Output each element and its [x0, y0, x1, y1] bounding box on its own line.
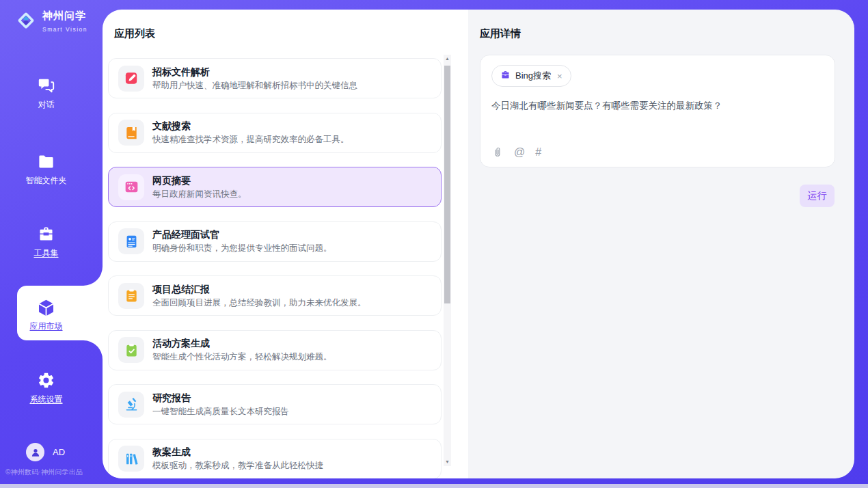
avatar [26, 443, 44, 461]
brand-logo: 神州问学 Smart Vision [15, 10, 103, 34]
app-window: 神州问学 Smart Vision 对话 智能文件夹 工具集 应用市场 系统设置 [0, 0, 868, 488]
tool-tag-label: Bing搜索 [515, 70, 551, 82]
cube-icon [0, 298, 92, 317]
sidebar-item-label: 应用市场 [0, 321, 92, 332]
bottom-edge-divider [0, 484, 868, 488]
run-button[interactable]: 运行 [800, 185, 835, 207]
sidebar-item-market[interactable]: 应用市场 [0, 298, 92, 332]
app-card-7[interactable]: 研究报告 一键智能生成高质量长文本研究报告 [108, 384, 442, 424]
app-card-description: 帮助用户快速、准确地理解和解析招标书中的关键信息 [152, 80, 357, 92]
app-card-6[interactable]: 活动方案生成 智能生成个性化活动方案，轻松解决规划难题。 [108, 330, 442, 370]
app-card-list: 招标文件解析 帮助用户快速、准确地理解和解析招标书中的关键信息 文献搜索 快速精… [103, 10, 468, 478]
sidebar-item-label: 系统设置 [0, 394, 92, 405]
app-card-description: 每日政府新闻资讯快查。 [152, 189, 247, 200]
sidebar-item-chat[interactable]: 对话 [0, 77, 92, 111]
sidebar-item-label: 对话 [0, 99, 92, 111]
user-initials: AD [53, 447, 65, 457]
app-card-5[interactable]: 项目总结汇报 全面回顾项目进展，总结经验教训，助力未来优化发展。 [108, 275, 442, 316]
edit-square-icon [118, 66, 144, 92]
books-icon [118, 446, 144, 472]
app-card-1[interactable]: 招标文件解析 帮助用户快速、准确地理解和解析招标书中的关键信息 [108, 58, 442, 98]
app-list-panel: 应用列表 招标文件解析 帮助用户快速、准确地理解和解析招标书中的关键信息 文献搜… [103, 10, 468, 478]
sidebar: 神州问学 Smart Vision 对话 智能文件夹 工具集 应用市场 系统设置 [0, 0, 103, 488]
app-card-8[interactable]: 教案生成 模板驱动，教案秒成，教学准备从此轻松快捷 [108, 439, 442, 479]
app-card-description: 明确身份和职责，为您提供专业性的面试问题。 [152, 243, 332, 254]
scroll-up-arrow-icon[interactable]: ▲ [444, 55, 451, 63]
scrollbar[interactable]: ▲ ▼ [444, 55, 451, 466]
resume-icon [118, 228, 144, 254]
folder-icon [0, 152, 92, 172]
person-icon [30, 447, 41, 458]
sidebar-item-settings[interactable]: 系统设置 [0, 371, 92, 405]
app-card-description: 智能生成个性化活动方案，轻松解决规划难题。 [152, 351, 332, 363]
copyright-text: ©神州数码·神州问学出品 [5, 467, 101, 477]
app-card-title: 招标文件解析 [152, 66, 357, 78]
browser-code-icon [118, 174, 144, 200]
app-detail-panel: 应用详情 Bing搜索 × 今日湖北有哪些新闻要点？有哪些需要关注的最新政策？ [468, 10, 854, 478]
app-detail-title: 应用详情 [480, 27, 521, 40]
app-card-2[interactable]: 文献搜索 快速精准查找学术资源，提高研究效率的必备工具。 [108, 113, 442, 153]
attachment-toolbar: @ # [491, 146, 541, 159]
sidebar-item-label: 智能文件夹 [0, 175, 92, 187]
microscope-icon [118, 392, 144, 418]
at-mention-icon[interactable]: @ [514, 146, 525, 159]
sidebar-item-tools[interactable]: 工具集 [0, 225, 92, 259]
app-card-title: 研究报告 [152, 392, 289, 404]
brand-name: 神州问学 [42, 10, 86, 21]
scroll-down-arrow-icon[interactable]: ▼ [444, 458, 451, 466]
app-card-title: 文献搜索 [152, 120, 349, 132]
gear-icon [0, 371, 92, 390]
query-input[interactable]: 今日湖北有哪些新闻要点？有哪些需要关注的最新政策？ [491, 99, 819, 112]
app-card-description: 快速精准查找学术资源，提高研究效率的必备工具。 [152, 134, 349, 146]
app-card-title: 产品经理面试官 [152, 228, 332, 241]
app-card-title: 活动方案生成 [152, 337, 332, 349]
user-account[interactable]: AD [26, 443, 65, 461]
app-card-title: 项目总结汇报 [152, 283, 366, 295]
paperclip-icon[interactable] [491, 146, 504, 159]
tool-tag-close-icon[interactable]: × [557, 71, 562, 81]
app-card-4[interactable]: 产品经理面试官 明确身份和职责，为您提供专业性的面试问题。 [108, 221, 442, 262]
sidebar-item-folders[interactable]: 智能文件夹 [0, 152, 92, 187]
app-card-title: 教案生成 [152, 446, 323, 458]
toolbox-icon [0, 225, 92, 244]
app-card-description: 一键智能生成高质量长文本研究报告 [152, 406, 289, 418]
brand-subtitle: Smart Vision [42, 26, 87, 33]
app-card-description: 模板驱动，教案秒成，教学准备从此轻松快捷 [152, 460, 323, 472]
app-card-description: 全面回顾项目进展，总结经验教训，助力未来优化发展。 [152, 297, 366, 309]
chat-icon [0, 77, 92, 96]
hash-topic-icon[interactable]: # [535, 146, 541, 159]
prompt-card: Bing搜索 × 今日湖北有哪些新闻要点？有哪些需要关注的最新政策？ @ # [480, 55, 835, 167]
clipboard-icon [118, 283, 144, 309]
app-card-title: 网页摘要 [152, 174, 247, 187]
sidebar-item-label: 工具集 [0, 247, 92, 259]
app-card-3[interactable]: 网页摘要 每日政府新闻资讯快查。 [108, 167, 442, 207]
tool-tag-bing-search[interactable]: Bing搜索 × [491, 65, 571, 87]
scrollbar-thumb[interactable] [444, 66, 450, 303]
book-icon [118, 120, 144, 146]
briefcase-icon [500, 70, 511, 83]
diamond-logo-icon [15, 10, 37, 34]
clipboard-check-icon [118, 337, 144, 363]
